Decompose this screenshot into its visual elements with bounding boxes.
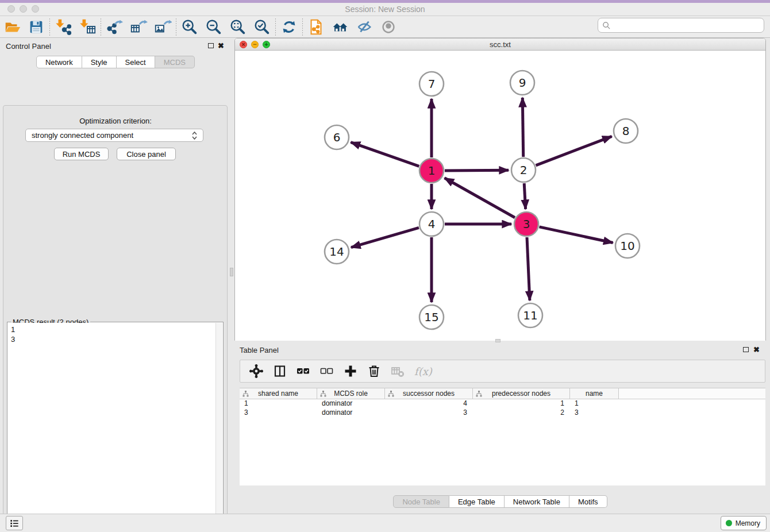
- tab-mcds[interactable]: MCDS: [155, 56, 195, 68]
- horizontal-splitter-handle[interactable]: [495, 339, 500, 342]
- first-neighbors-button[interactable]: [328, 17, 352, 37]
- criterion-value: strongly connected component: [32, 131, 192, 140]
- save-icon: [27, 18, 45, 36]
- control-panel-title: Control Panel: [6, 42, 51, 51]
- open-folder-icon: [3, 18, 21, 36]
- table-row[interactable]: 1dominator411: [240, 399, 765, 408]
- graph-edge-2-3[interactable]: [524, 183, 525, 209]
- graph-node-label-9: 9: [519, 76, 526, 90]
- table-cell[interactable]: 2: [473, 408, 570, 418]
- table-toolbar: f(x): [240, 360, 765, 383]
- run-mcds-button[interactable]: Run MCDS: [54, 148, 109, 160]
- tab-node-table[interactable]: Node Table: [393, 495, 449, 508]
- graph-edge-1-6[interactable]: [351, 142, 419, 167]
- show-column-dialog-icon[interactable]: [273, 364, 287, 378]
- export-image-button[interactable]: [151, 17, 175, 37]
- graph-edge-3-1[interactable]: [445, 178, 515, 218]
- table-body: 1dominator4113dominator323: [240, 399, 765, 418]
- window-titlebar: Session: New Session: [0, 3, 770, 16]
- table-cell[interactable]: dominator: [317, 399, 385, 408]
- table-cell[interactable]: 3: [240, 408, 317, 418]
- graph-node-label-1: 1: [428, 164, 436, 178]
- eye-icon: [379, 18, 398, 36]
- tab-network[interactable]: Network: [36, 56, 82, 68]
- add-column-icon[interactable]: [344, 364, 357, 378]
- show-all-button[interactable]: [376, 17, 401, 37]
- network-window: × − + scc.txt 1234678910111415: [234, 38, 766, 341]
- table-cell[interactable]: 1: [473, 399, 570, 408]
- vertical-splitter-handle[interactable]: [230, 268, 233, 276]
- duplicate-network-button[interactable]: [304, 17, 328, 37]
- close-table-panel-icon[interactable]: ✖: [753, 345, 760, 354]
- graph-edge-3-10[interactable]: [540, 227, 613, 243]
- function-builder-icon[interactable]: f(x): [414, 365, 432, 377]
- tab-motifs[interactable]: Motifs: [569, 495, 607, 508]
- import-table-button[interactable]: [75, 17, 99, 37]
- graph-edge-1-2[interactable]: [445, 170, 509, 171]
- toolbar-separator: [275, 18, 276, 36]
- table-row[interactable]: 3dominator323: [240, 408, 765, 418]
- close-panel-icon[interactable]: ✖: [218, 41, 224, 50]
- criterion-dropdown[interactable]: strongly connected component: [25, 129, 203, 142]
- import-network-button[interactable]: [51, 17, 75, 37]
- table-cell[interactable]: 3: [385, 408, 473, 418]
- hide-selected-button[interactable]: [352, 17, 376, 37]
- memory-button[interactable]: Memory: [721, 516, 767, 530]
- column-header-mcds-role[interactable]: MCDS role: [317, 388, 385, 399]
- toolbar-separator: [302, 18, 303, 36]
- table-cell[interactable]: 4: [385, 399, 473, 408]
- control-panel-header: Control Panel ✖: [0, 38, 231, 55]
- memory-label: Memory: [736, 519, 760, 527]
- table-cell[interactable]: 3: [570, 408, 619, 418]
- open-file-button[interactable]: [0, 17, 24, 37]
- zoom-in-icon: [180, 18, 199, 36]
- export-network-button[interactable]: [102, 17, 126, 37]
- delete-column-icon[interactable]: [367, 364, 381, 378]
- save-session-button[interactable]: [24, 17, 48, 37]
- network-graph[interactable]: 1234678910111415: [235, 51, 765, 341]
- zoom-fit-icon: [229, 18, 247, 36]
- mcds-result-text[interactable]: 1 3: [8, 323, 215, 532]
- graph-edge-4-14[interactable]: [351, 228, 419, 247]
- table-cell[interactable]: dominator: [317, 408, 385, 418]
- search-input[interactable]: [611, 20, 764, 31]
- delete-table-icon[interactable]: [391, 364, 405, 378]
- refresh-icon: [280, 18, 298, 36]
- tab-network-table[interactable]: Network Table: [505, 495, 569, 508]
- zoom-in-button[interactable]: [178, 17, 202, 37]
- network-window-titlebar[interactable]: × − + scc.txt: [235, 38, 765, 51]
- control-panel-tabs: Network Style Select MCDS: [0, 56, 231, 68]
- zoom-fit-button[interactable]: [226, 17, 250, 37]
- tab-select[interactable]: Select: [117, 56, 155, 68]
- apply-layout-button[interactable]: [277, 17, 301, 37]
- search-box: [598, 18, 764, 33]
- table-panel-tabs: Node Table Edge Table Network Table Moti…: [234, 495, 766, 508]
- graph-edge-3-11[interactable]: [527, 237, 530, 300]
- network-canvas[interactable]: 1234678910111415: [235, 51, 765, 341]
- search-icon: [602, 21, 611, 30]
- graph-edge-2-9[interactable]: [522, 98, 523, 157]
- column-header-name[interactable]: name: [570, 388, 619, 399]
- zoom-out-icon: [205, 18, 223, 36]
- homes-icon: [331, 18, 349, 36]
- table-cell[interactable]: 1: [240, 399, 317, 408]
- zoom-selected-button[interactable]: [250, 17, 274, 37]
- tab-style[interactable]: Style: [82, 56, 117, 68]
- import-table-icon: [78, 18, 97, 36]
- column-header-successor-nodes[interactable]: successor nodes: [385, 388, 473, 399]
- table-settings-icon[interactable]: [249, 364, 263, 378]
- column-header-shared-name[interactable]: shared name: [240, 388, 317, 399]
- zoom-out-button[interactable]: [202, 17, 226, 37]
- result-scrollbar[interactable]: [215, 323, 222, 532]
- float-panel-icon[interactable]: [208, 43, 214, 48]
- deselect-all-rows-icon[interactable]: [320, 364, 334, 378]
- table-cell[interactable]: 1: [570, 399, 619, 408]
- column-header-predecessor-nodes[interactable]: predecessor nodes: [473, 388, 570, 399]
- graph-edge-2-8[interactable]: [536, 136, 612, 165]
- tab-edge-table[interactable]: Edge Table: [449, 495, 505, 508]
- show-panels-button[interactable]: [6, 516, 23, 530]
- float-table-panel-icon[interactable]: [743, 347, 749, 352]
- close-panel-button[interactable]: Close panel: [117, 148, 176, 160]
- select-all-rows-icon[interactable]: [297, 364, 310, 378]
- export-table-button[interactable]: [126, 17, 151, 37]
